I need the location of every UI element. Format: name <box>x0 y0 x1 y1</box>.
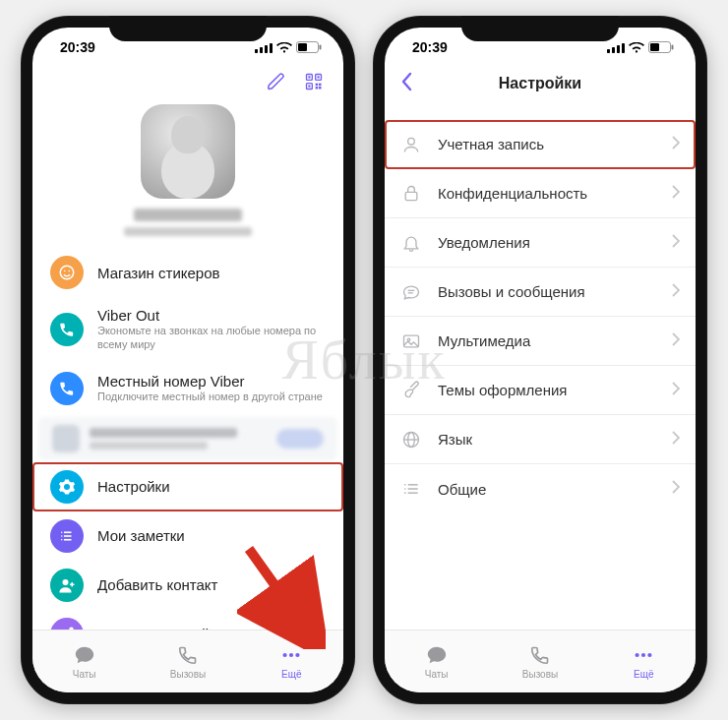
topbar-left <box>32 67 343 102</box>
back-button[interactable] <box>400 72 414 96</box>
cellular-icon <box>255 42 273 53</box>
chevron-right-icon <box>672 185 680 203</box>
menu-label: Настройки <box>97 478 326 495</box>
battery-icon <box>296 41 322 53</box>
share-icon <box>50 618 84 630</box>
list-icon <box>400 479 422 499</box>
status-time: 20:39 <box>60 39 95 55</box>
menu-item-notes[interactable]: Мои заметки <box>32 511 343 561</box>
svg-point-23 <box>61 531 63 533</box>
page-title: Настройки <box>499 75 581 92</box>
settings-item-notifications[interactable]: Уведомления <box>385 218 696 268</box>
svg-rect-6 <box>320 45 322 50</box>
tab-chats[interactable]: Чаты <box>385 630 488 692</box>
svg-point-44 <box>408 138 415 145</box>
svg-rect-3 <box>270 43 273 53</box>
status-time: 20:39 <box>412 39 448 55</box>
image-icon <box>400 331 422 351</box>
menu-label: Местный номер Viber <box>97 373 326 390</box>
svg-rect-43 <box>672 45 674 50</box>
bottom-bar: Чаты Вызовы Ещё <box>32 630 343 692</box>
gear-icon <box>50 470 84 504</box>
screen-left: 20:39 <box>32 28 343 692</box>
menu-item-localnumber[interactable]: Местный номер Viber Подключите местный н… <box>32 362 343 415</box>
menu-label: Магазин стикеров <box>97 265 326 281</box>
more-menu-list: Магазин стикеров Viber Out Экономьте на … <box>32 248 343 630</box>
svg-rect-42 <box>650 43 659 51</box>
tab-calls[interactable]: Вызовы <box>488 630 591 692</box>
svg-point-34 <box>289 652 293 656</box>
menu-item-viberout[interactable]: Viber Out Экономьте на звонках на любые … <box>32 297 343 362</box>
menu-label: Пригласить в Viber <box>97 626 326 630</box>
settings-item-privacy[interactable]: Конфиденциальность <box>385 169 696 218</box>
menu-item-stickers[interactable]: Магазин стикеров <box>32 248 343 297</box>
tab-label: Ещё <box>281 669 301 680</box>
tab-label: Ещё <box>634 669 653 680</box>
screen-right: 20:39 Настройки <box>385 28 696 692</box>
menu-subtitle: Подключите местный номер в другой стране <box>97 390 326 404</box>
settings-label: Учетная запись <box>438 136 656 152</box>
settings-label: Язык <box>438 431 656 448</box>
svg-point-27 <box>69 627 74 630</box>
svg-rect-5 <box>298 43 307 51</box>
wifi-icon <box>629 42 644 53</box>
chevron-right-icon <box>672 234 680 252</box>
settings-item-general[interactable]: Общие <box>385 464 696 513</box>
settings-item-media[interactable]: Мультимедиа <box>385 317 696 366</box>
tab-more[interactable]: Ещё <box>592 630 696 692</box>
svg-rect-37 <box>607 49 610 53</box>
phone-out-icon <box>50 313 84 346</box>
phone-right: 20:39 Настройки <box>373 16 707 704</box>
settings-item-account[interactable]: Учетная запись <box>385 120 696 169</box>
tab-calls[interactable]: Вызовы <box>136 630 239 692</box>
chevron-right-icon <box>672 382 680 399</box>
bottom-bar: Чаты Вызовы Ещё <box>385 630 696 692</box>
tab-chats[interactable]: Чаты <box>32 630 136 692</box>
svg-rect-2 <box>265 45 268 53</box>
svg-rect-16 <box>319 87 322 90</box>
settings-item-themes[interactable]: Темы оформления <box>385 366 696 415</box>
svg-rect-40 <box>622 43 625 53</box>
svg-rect-12 <box>308 86 310 88</box>
svg-rect-0 <box>255 49 258 53</box>
settings-item-calls[interactable]: Вызовы и сообщения <box>385 268 696 317</box>
settings-label: Уведомления <box>438 234 656 251</box>
svg-rect-14 <box>319 84 322 87</box>
menu-item-addcontact[interactable]: Добавить контакт <box>32 561 343 610</box>
menu-item-settings[interactable]: Настройки <box>32 462 343 511</box>
svg-point-25 <box>61 539 63 541</box>
settings-label: Общие <box>438 481 656 498</box>
menu-item-invite[interactable]: Пригласить в Viber <box>32 610 343 630</box>
cellular-icon <box>607 42 625 53</box>
menu-label: Viber Out <box>97 307 326 324</box>
svg-point-18 <box>64 270 66 272</box>
svg-point-57 <box>404 488 406 490</box>
chevron-right-icon <box>672 283 680 301</box>
svg-rect-1 <box>260 47 263 53</box>
settings-label: Темы оформления <box>438 382 656 398</box>
menu-label: Мои заметки <box>97 527 326 544</box>
settings-label: Вызовы и сообщения <box>438 283 656 300</box>
menu-subtitle: Экономьте на звонках на любые номера по … <box>97 325 326 352</box>
notch <box>109 16 267 41</box>
tab-label: Чаты <box>73 669 96 680</box>
chevron-right-icon <box>672 332 680 350</box>
avatar[interactable] <box>141 104 235 199</box>
profile-block <box>32 102 343 248</box>
svg-point-61 <box>648 652 652 656</box>
tab-more[interactable]: Ещё <box>240 630 343 692</box>
svg-rect-15 <box>316 87 319 90</box>
svg-rect-11 <box>318 76 320 78</box>
status-right <box>607 41 674 53</box>
svg-rect-38 <box>612 47 615 53</box>
topbar-right: Настройки <box>385 67 696 102</box>
menu-label: Добавить контакт <box>97 576 326 593</box>
notch <box>461 16 619 41</box>
qr-icon[interactable] <box>304 72 324 95</box>
svg-rect-39 <box>617 45 620 53</box>
edit-icon[interactable] <box>267 72 286 95</box>
svg-rect-10 <box>308 76 310 78</box>
svg-point-17 <box>60 266 74 279</box>
battery-icon <box>648 41 674 53</box>
settings-item-language[interactable]: Язык <box>385 415 696 464</box>
